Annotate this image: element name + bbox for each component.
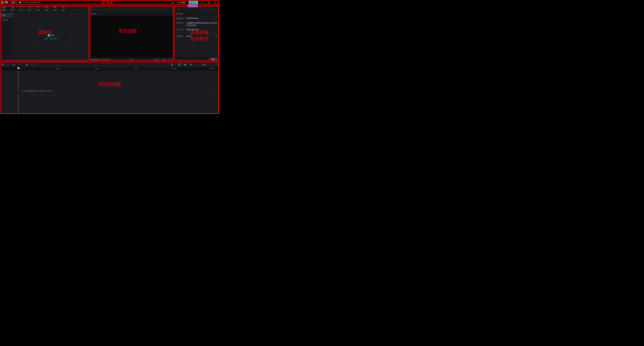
clip-icon bbox=[21, 90, 24, 92]
zoom-fit-icon[interactable] bbox=[214, 63, 218, 66]
menu-label: 菜单 bbox=[12, 1, 15, 4]
scope-chip[interactable]: 示波器 bbox=[153, 58, 160, 61]
ruler-label: | 15:00 bbox=[133, 68, 138, 70]
play-button[interactable] bbox=[130, 58, 133, 61]
adjust-icon bbox=[62, 6, 65, 8]
tab-label: 特效 bbox=[36, 9, 40, 11]
info-icon[interactable]: ⓘ bbox=[216, 35, 217, 38]
timeline-panel: ▾ 00:00 | 05:00 | 10:00 | 15:00 | 20:00 … bbox=[0, 62, 220, 114]
tab-label: 贴纸 bbox=[28, 9, 31, 11]
zoom-slider[interactable] bbox=[202, 64, 207, 65]
tab-label: 滤镜 bbox=[53, 9, 57, 11]
ruler-label: | 25:00 bbox=[209, 68, 214, 70]
text-icon bbox=[20, 6, 22, 8]
track-hint-text: 素材拖拽到这里，开始你的大作吧~ bbox=[25, 90, 52, 92]
tab-label: 调节 bbox=[62, 9, 65, 11]
cloud-icon bbox=[189, 5, 190, 7]
hotkey-button[interactable]: 快捷键 bbox=[176, 1, 187, 4]
timeline-ruler[interactable]: 00:00 | 05:00 | 10:00 | 15:00 | 20:00 | … bbox=[0, 67, 220, 70]
align-icon[interactable] bbox=[189, 63, 192, 66]
sidebar-item-library[interactable]: ▸ 素材库 bbox=[0, 18, 13, 22]
ruler-label: | 05:00 bbox=[56, 68, 60, 70]
tab-adjust[interactable]: 调节 bbox=[61, 5, 66, 12]
prop-row-proxy: 代理模式: 未开启 ⓘ bbox=[176, 35, 217, 38]
svg-point-21 bbox=[64, 7, 64, 7]
sidebar-item-label: 本地 bbox=[2, 14, 5, 16]
tab-label: 音频 bbox=[11, 9, 14, 11]
tab-media[interactable]: 媒体 bbox=[2, 5, 6, 12]
zoom-out-icon[interactable] bbox=[196, 63, 200, 66]
prop-row-path: 保存位置: D:/电脑软件/剪映/JianyingPro Drafts/2022… bbox=[176, 22, 217, 26]
mic-icon[interactable] bbox=[170, 63, 174, 66]
media-panel: 本地 ▸ 素材库 + 导入 视频、音频、图片 bbox=[0, 12, 89, 62]
undo-button[interactable] bbox=[12, 63, 15, 66]
timeline-tracks[interactable]: 素材拖拽到这里，开始你的大作吧~ bbox=[0, 70, 220, 114]
svg-point-22 bbox=[63, 8, 64, 8]
window-close[interactable] bbox=[213, 0, 218, 4]
prop-value: 202201281846 bbox=[186, 17, 217, 20]
app-name: 剪映 bbox=[4, 1, 8, 4]
ratio-chip[interactable]: 原始 bbox=[162, 58, 166, 61]
app-logo: 剪映 bbox=[1, 1, 8, 4]
prop-key: 导入方式: bbox=[176, 28, 184, 31]
props-footer: 修改 bbox=[174, 57, 220, 62]
export-label: 导出 bbox=[193, 1, 196, 4]
svg-rect-25 bbox=[32, 64, 33, 65]
prop-value: 保留在原有位置 bbox=[186, 28, 217, 31]
split-tool[interactable] bbox=[25, 63, 29, 66]
redo-button[interactable] bbox=[18, 63, 21, 66]
prop-row-name: 作品名称: 202201281846 bbox=[176, 17, 217, 20]
player-viewport[interactable] bbox=[90, 16, 174, 57]
chevron-right-icon: ▸ bbox=[2, 20, 2, 21]
autosave-indicator: ✓ 19:43:34 自动保存本地 bbox=[19, 1, 40, 4]
tab-fx[interactable]: 特效 bbox=[36, 5, 40, 12]
tab-audio[interactable]: 音频 bbox=[10, 5, 15, 12]
tab-sticker[interactable]: 贴纸 bbox=[27, 5, 32, 12]
window-maximize[interactable] bbox=[206, 0, 212, 4]
properties-panel: 草稿参数 作品名称: 202201281846 保存位置: D:/电脑软件/剪映… bbox=[174, 12, 220, 62]
check-icon: ✓ bbox=[19, 2, 21, 4]
import-label: 导入 bbox=[51, 34, 55, 37]
mid-row: 本地 ▸ 素材库 + 导入 视频、音频、图片 播放器 bbox=[0, 12, 220, 62]
tab-transition[interactable]: 转场 bbox=[44, 5, 49, 12]
svg-rect-38 bbox=[215, 64, 217, 65]
track-drop-hint[interactable]: 素材拖拽到这里，开始你的大作吧~ bbox=[18, 86, 215, 95]
chevron-down-icon[interactable]: ▾ bbox=[7, 64, 8, 65]
menu-button[interactable]: 菜单 ▾ bbox=[10, 1, 18, 4]
svg-rect-27 bbox=[178, 64, 179, 64]
media-drop-area[interactable]: + 导入 视频、音频、图片 bbox=[13, 12, 89, 62]
help-icon[interactable]: ? bbox=[171, 0, 175, 4]
link-icon[interactable] bbox=[183, 63, 187, 66]
svg-rect-23 bbox=[26, 64, 27, 66]
prop-value: 未开启 bbox=[186, 35, 214, 38]
delete-tool[interactable] bbox=[31, 63, 34, 66]
import-box[interactable]: + 导入 视频、音频、图片 bbox=[32, 26, 70, 47]
fullscreen-icon[interactable] bbox=[168, 58, 172, 62]
window-minimize[interactable] bbox=[200, 0, 205, 4]
player-header: 播放器 bbox=[90, 12, 174, 16]
player-panel: 播放器 00:00:00:00 00:00:00:00 示波器 原始 bbox=[89, 12, 174, 62]
audio-icon bbox=[11, 6, 14, 8]
modify-button[interactable]: 修改 bbox=[208, 58, 218, 61]
import-sublabel: 视频、音频、图片 bbox=[45, 38, 58, 40]
tab-label: 媒体 bbox=[2, 9, 6, 11]
cursor-tool[interactable] bbox=[2, 63, 5, 66]
svg-rect-8 bbox=[178, 3, 179, 3]
player-time-total: 00:00:00:00 bbox=[102, 59, 110, 60]
magnet-main-icon[interactable] bbox=[178, 63, 181, 66]
svg-rect-3 bbox=[178, 2, 180, 3]
tab-text[interactable]: 文本 bbox=[19, 5, 24, 12]
sidebar-item-local[interactable]: 本地 bbox=[0, 13, 13, 18]
export-button[interactable]: 导出 抢先上传 bbox=[189, 1, 198, 4]
zoom-in-icon[interactable] bbox=[209, 63, 212, 66]
keyboard-icon bbox=[178, 2, 180, 3]
tab-filter[interactable]: 滤镜 bbox=[53, 5, 57, 12]
autosave-text: 自动保存本地 bbox=[30, 1, 40, 4]
chevron-down-icon: ▾ bbox=[16, 2, 16, 3]
prop-value: D:/电脑软件/剪映/JianyingPro Drafts/2022012818… bbox=[186, 22, 217, 26]
svg-point-13 bbox=[12, 7, 13, 7]
svg-rect-6 bbox=[179, 2, 179, 2]
svg-point-14 bbox=[29, 6, 30, 8]
cloud-upload-chip[interactable]: 抢先上传 bbox=[188, 5, 198, 7]
player-time-current: 00:00:00:00 bbox=[91, 59, 100, 60]
